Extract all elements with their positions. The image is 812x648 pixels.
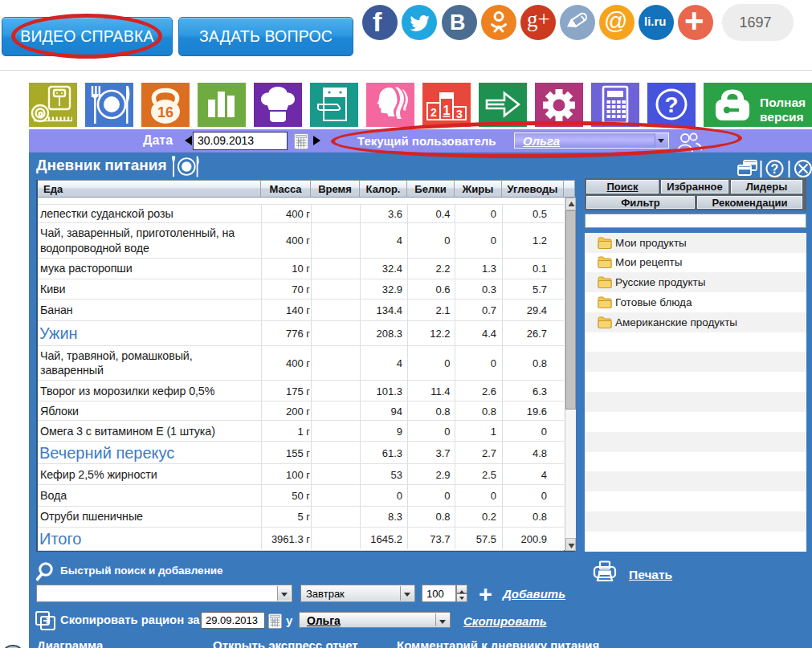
svg-text:версия: версия: [760, 110, 804, 124]
svg-text:2: 2: [430, 106, 437, 119]
svg-text:1: 1: [443, 104, 451, 117]
svg-text:?: ?: [664, 92, 678, 117]
svg-text:Полная: Полная: [760, 96, 806, 109]
svg-text:?: ?: [771, 162, 779, 176]
svg-text:16: 16: [157, 104, 173, 120]
svg-text:3: 3: [456, 108, 463, 120]
